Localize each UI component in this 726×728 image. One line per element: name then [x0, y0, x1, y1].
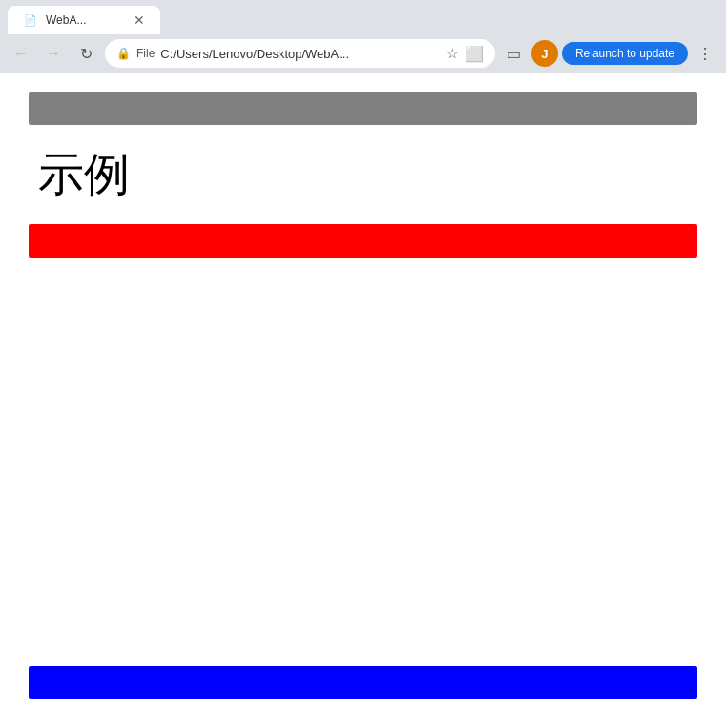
extensions-icon[interactable]: ⬜ — [465, 45, 484, 63]
red-bar — [29, 224, 697, 258]
tab-favicon-icon: 📄 — [23, 12, 38, 28]
bookmark-star-icon[interactable]: ☆ — [446, 46, 459, 61]
file-label: File — [136, 47, 155, 60]
menu-button[interactable]: ⋮ — [692, 40, 718, 67]
browser-chrome: 📄 WebA... ✕ ← → ↻ 🔒 File C:/Users/Lenovo… — [0, 0, 726, 73]
page-content: 示例 — [0, 73, 726, 728]
relaunch-button[interactable]: Relaunch to update — [562, 42, 688, 65]
sidebar-toggle-button[interactable]: ▭ — [501, 40, 528, 67]
blue-bar — [29, 666, 697, 699]
tab-close-icon[interactable]: ✕ — [134, 12, 145, 28]
tab-bar: 📄 WebA... ✕ — [0, 0, 726, 34]
tab-title: WebA... — [46, 13, 86, 27]
url-text: C:/Users/Lenovo/Desktop/WebA... — [160, 47, 441, 61]
reload-button[interactable]: ↻ — [73, 40, 99, 67]
lock-icon: 🔒 — [116, 47, 131, 60]
forward-button[interactable]: → — [40, 40, 67, 67]
profile-button[interactable]: J — [531, 40, 558, 67]
address-bar[interactable]: 🔒 File C:/Users/Lenovo/Desktop/WebA... ☆… — [105, 39, 495, 68]
active-tab[interactable]: 📄 WebA... ✕ — [8, 6, 160, 34]
address-bar-row: ← → ↻ 🔒 File C:/Users/Lenovo/Desktop/Web… — [0, 34, 726, 73]
gray-bar — [29, 92, 697, 125]
page-heading: 示例 — [29, 144, 697, 205]
spacer — [29, 277, 697, 647]
toolbar-right: ▭ J Relaunch to update ⋮ — [501, 40, 718, 67]
back-button[interactable]: ← — [8, 40, 34, 67]
